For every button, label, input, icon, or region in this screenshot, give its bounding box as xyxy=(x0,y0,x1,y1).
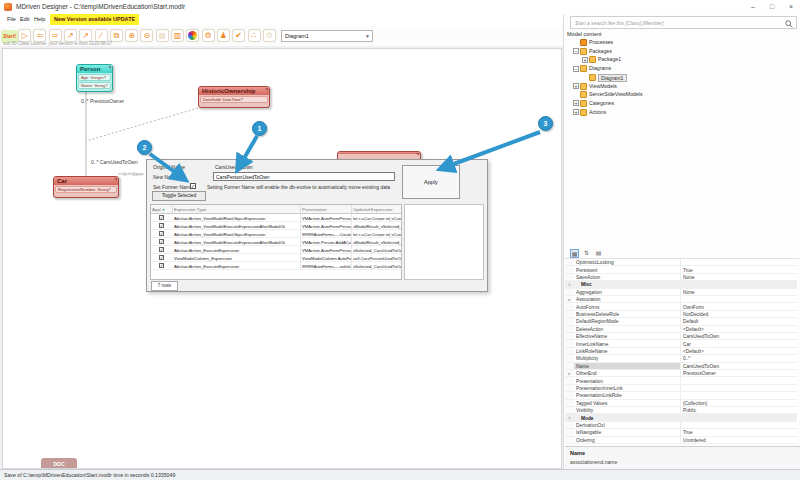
property-page-icon[interactable]: ▤ xyxy=(594,249,603,258)
table-row[interactable]: ✓ViewModelColumn_ExpressionViewModelColu… xyxy=(151,254,402,262)
gear-icon[interactable]: ⚙ xyxy=(263,29,276,42)
expression-table[interactable]: Appl▼Expression TypePresentationUpdated … xyxy=(150,204,402,280)
table-row[interactable]: ✓AbstractAction_ExecuteExpression99999Au… xyxy=(151,262,402,270)
maximize-button[interactable]: □ xyxy=(765,1,779,12)
table-row[interactable]: ✓AbstractAction_ViewModelRootObjectExpre… xyxy=(151,230,402,238)
zoom-in-icon[interactable]: ⊕ xyxy=(125,29,138,42)
property-row-name[interactable]: NameCarsUsedToOwn xyxy=(565,363,797,370)
row-checkbox[interactable]: ✓ xyxy=(159,215,164,220)
property-value[interactable]: True xyxy=(681,266,797,272)
property-value[interactable] xyxy=(681,377,797,383)
collapse-icon[interactable]: – xyxy=(573,48,579,54)
row-checkbox[interactable]: ✓ xyxy=(159,255,164,260)
property-value[interactable]: None xyxy=(681,289,797,295)
table-row[interactable]: ✓AbstractAction_ViewModelExecuteExpressi… xyxy=(151,238,402,246)
zoom-out-icon[interactable]: ⊖ xyxy=(140,29,153,42)
tree-item-actions[interactable]: +Actions xyxy=(565,108,795,117)
property-row-innerlinkname[interactable]: InnerLinkNameCar xyxy=(565,340,797,347)
expand-icon[interactable]: + xyxy=(573,100,579,106)
apply-button[interactable]: Apply xyxy=(402,165,460,199)
menu-help[interactable]: Help xyxy=(32,15,47,23)
property-row-mode[interactable]: ∨Mode xyxy=(565,414,797,421)
property-value[interactable]: CarsUsedToOwn xyxy=(681,333,797,339)
property-value[interactable]: CarsUsedToOwn xyxy=(681,363,797,369)
tree-item-diagram1[interactable]: Diagram1 xyxy=(565,73,795,82)
property-value[interactable]: Unordered xyxy=(681,437,797,443)
expand-icon[interactable]: + xyxy=(573,83,579,89)
property-row-autoforms[interactable]: AutoFormsOwnForm xyxy=(565,303,797,310)
column-header-0[interactable]: Appl▼ xyxy=(151,205,173,214)
property-row-misc[interactable]: ∨Misc xyxy=(565,281,797,288)
expand-icon[interactable]: + xyxy=(582,57,588,63)
property-value[interactable]: <Default> xyxy=(681,348,797,354)
property-value[interactable]: 0..* xyxy=(681,355,797,361)
property-value[interactable] xyxy=(681,422,797,428)
class-box-car[interactable]: Car RegistrationNumber: String? xyxy=(53,176,119,198)
property-row-visibility[interactable]: VisibilityPublic xyxy=(565,407,797,414)
property-row-defaultregionmode[interactable]: DefaultRegionModeDefault xyxy=(565,318,797,325)
nodes-icon[interactable]: ∴ xyxy=(248,29,261,42)
property-row-tagged-values[interactable]: Tagged Values(Collection) xyxy=(565,400,797,407)
property-value[interactable]: True xyxy=(681,429,797,435)
image-icon[interactable]: ▦ xyxy=(156,29,169,42)
minimize-button[interactable]: – xyxy=(746,1,760,12)
gears-icon[interactable]: ⚙ xyxy=(202,29,215,42)
property-value[interactable]: None xyxy=(681,274,797,280)
menu-edit[interactable]: Edit xyxy=(18,15,31,23)
property-value[interactable]: NotDecided xyxy=(681,311,797,317)
property-row-presentation[interactable]: Presentation xyxy=(565,377,797,384)
property-row-businessdeleterule[interactable]: BusinessDeleteRuleNotDecided xyxy=(565,311,797,318)
sheets-icon[interactable]: ▥ xyxy=(171,29,184,42)
class-box-person[interactable]: Person Age: Integer? Name: String? xyxy=(76,64,113,92)
property-value[interactable] xyxy=(681,392,797,398)
collapse-icon[interactable]: – xyxy=(573,66,579,72)
tree-item-viewmodels[interactable]: +ViewModels xyxy=(565,82,795,91)
table-row[interactable]: ✓AbstractAction_ExecuteExpressionVMActio… xyxy=(151,246,402,254)
table-row[interactable]: ✓AbstractAction_ViewModelExecuteExpressi… xyxy=(151,222,402,230)
row-checkbox[interactable]: ✓ xyxy=(159,223,164,228)
property-row-presentationlinkrole[interactable]: PresentationLinkRole xyxy=(565,392,797,399)
property-row-multiplicity[interactable]: Multiplicity0..* xyxy=(565,355,797,362)
toggle-selected-button[interactable]: Toggle Selected xyxy=(152,191,206,201)
property-value[interactable]: Public xyxy=(681,407,797,413)
property-row-persistent[interactable]: PersistentTrue xyxy=(565,266,797,273)
check-icon[interactable]: ✔ xyxy=(232,29,245,42)
class-box-historicownership[interactable]: HistoricOwnership DateSold: DateTime? xyxy=(198,86,270,108)
property-value[interactable]: <Default> xyxy=(681,326,797,332)
set-former-name-checkbox[interactable]: ✓ xyxy=(190,183,196,189)
update-banner[interactable]: New Version available UPDATE xyxy=(50,14,139,25)
property-row-derivationocl[interactable]: DerivationOcl xyxy=(565,422,797,429)
tree-item-diagrams[interactable]: –Diagrams xyxy=(565,64,795,73)
diagram-selector[interactable]: Diagram1 ▼ xyxy=(281,30,373,42)
property-row-ordering[interactable]: OrderingUnordered xyxy=(565,437,797,444)
property-value[interactable] xyxy=(681,259,797,265)
property-row-saveaction[interactable]: SaveActionNone xyxy=(565,274,797,281)
row-checkbox[interactable]: ✓ xyxy=(159,239,164,244)
property-value[interactable]: OwnForm xyxy=(681,303,797,309)
expand-icon[interactable]: + xyxy=(573,109,579,115)
property-row-effectivename[interactable]: EffectiveNameCarsUsedToOwn xyxy=(565,333,797,340)
tree-item-serversideviewmodels[interactable]: ServerSideViewModels xyxy=(565,90,795,99)
property-row-presentationinnerlink[interactable]: PresentationInnerLink xyxy=(565,385,797,392)
property-row-linkrolename[interactable]: LinkRoleName<Default> xyxy=(565,348,797,355)
property-row-association[interactable]: ▸Association xyxy=(565,296,797,303)
person-icon[interactable]: ♟ xyxy=(217,29,230,42)
diagram-canvas[interactable]: Person Age: Integer? Name: String? Histo… xyxy=(2,48,562,469)
property-value[interactable] xyxy=(681,385,797,391)
property-value[interactable]: Car xyxy=(681,340,797,346)
new-name-input[interactable] xyxy=(213,172,395,181)
property-value[interactable]: Default xyxy=(681,318,797,324)
column-header-3[interactable]: Updated Expression xyxy=(352,205,402,214)
tree-item-packages[interactable]: –Packages xyxy=(565,47,795,56)
column-header-1[interactable]: Expression Type xyxy=(173,205,301,214)
column-header-2[interactable]: Presentation xyxy=(301,205,352,214)
close-button[interactable]: × xyxy=(784,1,798,12)
tree-item-processes[interactable]: Processes xyxy=(565,38,795,47)
tree-item-categories[interactable]: +Categories xyxy=(565,99,795,108)
doc-tab[interactable]: DOC xyxy=(41,458,77,469)
model-search-input[interactable]: Start a search like this [Class].[Member… xyxy=(570,16,797,29)
property-row-deleteaction[interactable]: DeleteAction<Default> xyxy=(565,326,797,333)
property-row-aggregation[interactable]: AggregationNone xyxy=(565,289,797,296)
alphabetical-sort-icon[interactable]: ⇅ xyxy=(582,249,591,258)
property-value[interactable]: (Collection) xyxy=(681,400,797,406)
